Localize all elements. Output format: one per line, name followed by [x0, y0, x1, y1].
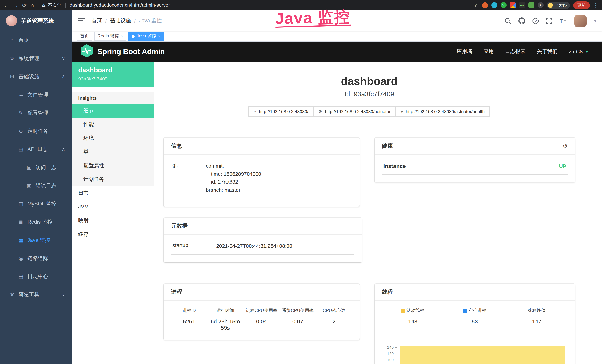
- git-key: git: [172, 162, 206, 194]
- v-extension-icon[interactable]: V: [500, 2, 506, 8]
- security-indicator[interactable]: ⚠ 不安全: [42, 2, 61, 8]
- clock-icon: ⊙: [18, 128, 24, 134]
- sba-instance-header[interactable]: dashboard 93a3fc7f7409: [72, 62, 153, 87]
- sba-nav-journal[interactable]: 日志报表: [505, 48, 526, 55]
- breadcrumb: 首页 / 基础设施 / Java 监控: [92, 17, 162, 24]
- sidebar-item-scheduled-jobs[interactable]: ⊙ 定时任务: [0, 122, 72, 140]
- sidebar-item-label: 日志中心: [27, 273, 48, 280]
- breadcrumb-infrastructure[interactable]: 基础设施: [110, 17, 131, 24]
- health-url-link[interactable]: ♥ http://192.168.0.2:48080/actuator/heal…: [395, 107, 490, 117]
- health-card: 健康 ↺ Instance UP: [374, 138, 575, 182]
- sba-nav-applications[interactable]: 应用: [484, 48, 494, 55]
- sba-item-scheduled-tasks[interactable]: 计划任务: [72, 172, 153, 186]
- svg-text:T: T: [560, 18, 563, 24]
- puzzle-extension-icon[interactable]: ★: [538, 2, 543, 8]
- info-card-title: 信息: [163, 138, 359, 155]
- paused-label: 已暂停: [555, 2, 567, 8]
- update-button[interactable]: 更新: [573, 1, 590, 9]
- link-label: http://192.168.0.2:48080/actuator/health: [406, 109, 485, 114]
- help-icon[interactable]: ?: [533, 18, 539, 24]
- tab-redis-monitor[interactable]: Redis 监控 ×: [94, 32, 127, 41]
- sba-item-logs[interactable]: 日志: [72, 186, 153, 200]
- sidebar-item-file-management[interactable]: ☁ 文件管理: [0, 86, 72, 104]
- sba-item-metrics[interactable]: 性能: [72, 118, 153, 131]
- home-icon[interactable]: ⌂: [31, 2, 34, 8]
- fox-extension-icon[interactable]: [482, 2, 488, 8]
- back-icon[interactable]: ←: [4, 2, 9, 8]
- sidebar-item-home[interactable]: ⌂ 首页: [0, 31, 72, 49]
- fullscreen-icon[interactable]: [546, 18, 552, 24]
- sba-nav-about[interactable]: 关于我们: [537, 48, 558, 55]
- startup-row: startup 2021-04-27T00:44:31.254+08:00: [171, 241, 355, 255]
- github-icon[interactable]: [519, 17, 525, 24]
- drop-extension-icon[interactable]: [491, 2, 497, 8]
- sba-item-caches[interactable]: 缓存: [72, 227, 153, 241]
- metadata-card: 元数据 startup 2021-04-27T00:44:31.254+08:0…: [163, 218, 362, 262]
- sba-item-config-props[interactable]: 配置属性: [72, 159, 153, 172]
- paused-badge[interactable]: 已暂停: [547, 2, 570, 9]
- sba-item-details[interactable]: 细节: [72, 104, 153, 118]
- sidebar-item-label: 研发工具: [19, 291, 39, 298]
- breadcrumb-home[interactable]: 首页: [92, 17, 102, 24]
- actuator-url-link[interactable]: ⚙ http://192.168.0.2:48080/actuator: [313, 107, 396, 117]
- link-label: http://192.168.0.2:48080/: [259, 109, 308, 114]
- tab-label: Redis 监控: [97, 33, 119, 39]
- sidebar-item-label: 文件管理: [27, 91, 48, 98]
- sidebar-item-infrastructure[interactable]: ⊞ 基础设施 ∧: [0, 67, 72, 86]
- sba-item-environment[interactable]: 环境: [72, 131, 153, 145]
- chrome-right-cluster: ☆ V on ★ 已暂停 更新 ⋮: [474, 1, 598, 9]
- forward-icon[interactable]: →: [13, 2, 18, 8]
- metadata-card-title: 元数据: [163, 218, 362, 235]
- process-metric: 进程ID 5261: [171, 308, 207, 331]
- logo-row[interactable]: 芋道管理系统: [0, 11, 72, 31]
- process-metric: 系统CPU使用率 0.07: [280, 308, 316, 331]
- caret-down-icon[interactable]: ▾: [594, 19, 596, 23]
- admin-sidebar: 芋道管理系统 ⌂ 首页 ⚙ 系统管理 ∨ ⊞ 基础设施 ∧ ☁: [0, 11, 72, 364]
- locale-label: zh-CN: [569, 49, 583, 54]
- bookmark-star-icon[interactable]: ☆: [474, 2, 479, 8]
- sidebar-item-log-center[interactable]: ▤ 日志中心: [0, 268, 72, 286]
- sidebar-item-system[interactable]: ⚙ 系统管理 ∨: [0, 49, 72, 67]
- app-shell: 芋道管理系统 ⌂ 首页 ⚙ 系统管理 ∨ ⊞ 基础设施 ∧ ☁: [0, 11, 602, 364]
- legend-daemon-threads: 守护进程 53: [444, 308, 505, 325]
- sidebar-item-api-logs[interactable]: ▤ API 日志 ∧: [0, 140, 72, 158]
- page-subtitle: Id: 93a3fc7f7409: [163, 90, 575, 98]
- sidebar-item-label: 定时任务: [27, 128, 48, 134]
- tab-java-monitor[interactable]: Java 监控 ×: [129, 32, 164, 41]
- sba-logo-icon: [80, 44, 93, 59]
- git-id-line: id: 27aa832: [206, 178, 261, 186]
- service-url-link[interactable]: ⌂ http://192.168.0.2:48080/: [248, 107, 313, 117]
- sidebar-item-config-management[interactable]: ✎ 配置管理: [0, 104, 72, 122]
- startup-key: startup: [172, 242, 216, 250]
- sba-item-mappings[interactable]: 映射: [72, 214, 153, 227]
- history-icon[interactable]: ↺: [563, 142, 568, 150]
- sidebar-item-redis-monitor[interactable]: ≣ Redis 监控: [0, 213, 72, 231]
- switch-on-extension-icon[interactable]: on: [519, 2, 525, 8]
- sidebar-item-mysql-monitor[interactable]: ◫ MySQL 监控: [0, 195, 72, 213]
- sba-item-classes[interactable]: 类: [72, 145, 153, 159]
- reload-icon[interactable]: ⟳: [22, 2, 27, 8]
- avatar[interactable]: [575, 15, 587, 27]
- sidebar-item-java-monitor[interactable]: ▦ Java 监控: [0, 231, 72, 249]
- close-icon[interactable]: ×: [121, 34, 123, 38]
- close-icon[interactable]: ×: [158, 34, 160, 38]
- search-icon[interactable]: [505, 18, 511, 24]
- font-size-icon[interactable]: TT: [560, 18, 567, 24]
- url-bar[interactable]: dashboard.yudao.iocoder.cn/infra/admin-s…: [70, 3, 170, 8]
- kebab-menu-icon[interactable]: ⋮: [593, 2, 598, 8]
- sba-item-jvm[interactable]: JVM: [72, 200, 153, 214]
- tab-home[interactable]: 首页: [77, 32, 92, 41]
- grid-extension-icon[interactable]: [510, 2, 516, 8]
- git-row: git commit: time: 1596289704000 id: 27aa…: [171, 161, 352, 199]
- sidebar-item-dev-tools[interactable]: ⚒ 研发工具 ∨: [0, 286, 72, 304]
- sba-title: Spring Boot Admin: [97, 47, 165, 56]
- sba-nav-wallboard[interactable]: 应用墙: [457, 48, 473, 55]
- live-threads-area: [400, 346, 566, 364]
- sba-content: dashboard Id: 93a3fc7f7409 ⌂ http://192.…: [154, 62, 602, 364]
- leaf-extension-icon[interactable]: [528, 2, 534, 8]
- sidebar-item-trace[interactable]: ◉ 链路追踪: [0, 249, 72, 268]
- hamburger-icon[interactable]: [78, 18, 85, 24]
- sba-locale-select[interactable]: zh-CN ▾: [569, 49, 588, 54]
- sidebar-item-access-logs[interactable]: ▣ 访问日志: [0, 158, 72, 177]
- sidebar-item-error-logs[interactable]: ▣ 错误日志: [0, 177, 72, 195]
